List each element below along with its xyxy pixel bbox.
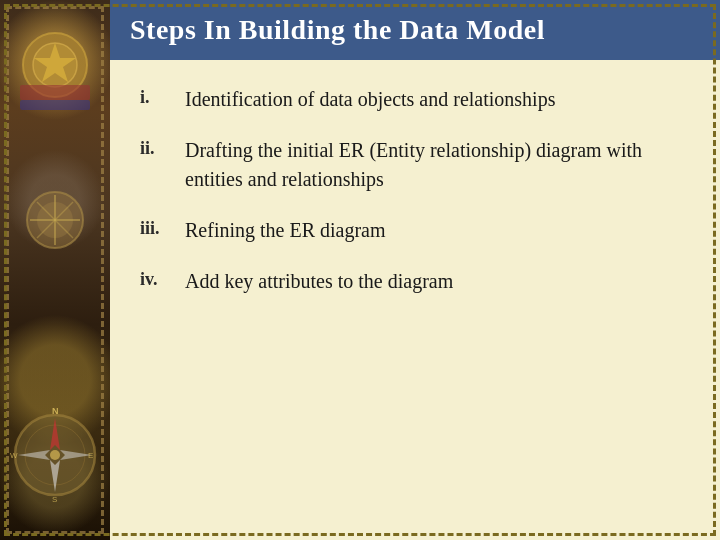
svg-point-15 — [50, 450, 60, 460]
medal-decoration-top — [0, 10, 110, 130]
list-number-1: i. — [140, 85, 185, 108]
list-number-3: iii. — [140, 216, 185, 239]
svg-text:S: S — [52, 495, 57, 504]
list-text-3: Refining the ER diagram — [185, 216, 690, 245]
list-text-2: Drafting the initial ER (Entity relation… — [185, 136, 690, 194]
slide-title: Steps In Building the Data Model — [130, 14, 545, 45]
ribbon-decoration — [20, 85, 90, 100]
ribbon-decoration-2 — [20, 100, 90, 110]
list-text-1: Identification of data objects and relat… — [185, 85, 690, 114]
list-text-4: Add key attributes to the diagram — [185, 267, 690, 296]
main-content-panel: Steps In Building the Data Model i. Iden… — [110, 0, 720, 540]
list-item-2: ii. Drafting the initial ER (Entity rela… — [140, 136, 690, 194]
list-item-1: i. Identification of data objects and re… — [140, 85, 690, 114]
title-bar: Steps In Building the Data Model — [110, 0, 720, 60]
svg-text:E: E — [88, 451, 93, 460]
medal-decoration-mid — [0, 175, 110, 275]
list-number-2: ii. — [140, 136, 185, 159]
list-item-3: iii. Refining the ER diagram — [140, 216, 690, 245]
compass-decoration: N S W E — [0, 390, 110, 520]
list-number-4: iv. — [140, 267, 185, 290]
svg-text:N: N — [52, 406, 59, 416]
content-area: i. Identification of data objects and re… — [110, 60, 720, 338]
left-decorative-panel: N S W E — [0, 0, 110, 540]
list-item-4: iv. Add key attributes to the diagram — [140, 267, 690, 296]
slide-container: N S W E Steps In Building the Data Model… — [0, 0, 720, 540]
svg-text:W: W — [10, 451, 18, 460]
